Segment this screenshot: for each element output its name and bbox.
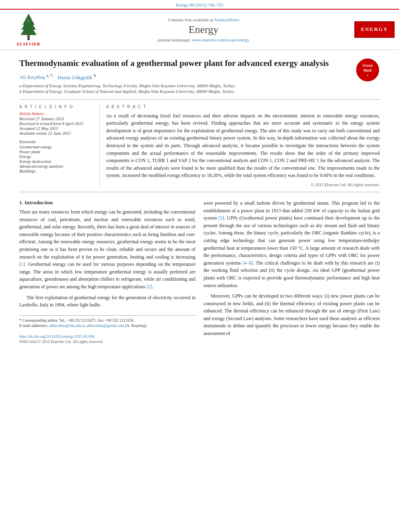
available-date: Available online 21 June 2015 bbox=[19, 131, 95, 136]
ref-2-link[interactable]: [2] bbox=[146, 284, 152, 290]
affiliation-a: a Department of Energy Systems Engineeri… bbox=[19, 83, 380, 88]
intro-heading: 1. Introduction bbox=[19, 199, 195, 206]
keyword-exergy: Exergy bbox=[19, 154, 95, 159]
abstract-title: A B S T R A C T bbox=[106, 105, 380, 109]
article-info-title: A R T I C L E I N F O bbox=[19, 105, 95, 109]
received-date: Received 27 January 2015 bbox=[19, 117, 95, 121]
accepted-date: Accepted 12 May 2015 bbox=[19, 126, 95, 131]
energy-badge-text: ENERGY bbox=[354, 21, 395, 38]
sciencedirect-link[interactable]: ScienceDirect bbox=[214, 17, 239, 22]
intro-body: There are many resources from which ener… bbox=[19, 208, 195, 309]
email2-link[interactable]: alikecebas@gmail.com bbox=[86, 323, 124, 328]
homepage-line: journal homepage: www.elsevier.com/locat… bbox=[51, 37, 356, 42]
doi-section: http://dx.doi.org/10.1016/j.energy.2015.… bbox=[19, 334, 195, 339]
right-column: were powered by a small turbine driven b… bbox=[204, 199, 380, 344]
issn-text: 0360-5442/© 2015 Elsevier Ltd. All right… bbox=[19, 339, 195, 344]
paper-title-text: Thermodynamic evaluation of a geothermal… bbox=[19, 58, 329, 68]
svg-text:Cross: Cross bbox=[362, 64, 373, 68]
keywords-label: Keywords: bbox=[19, 140, 95, 144]
journal-title: Energy bbox=[51, 24, 356, 36]
right-para2: Moreover, GPPs can be developed in two d… bbox=[204, 292, 380, 337]
homepage-label: journal homepage: bbox=[158, 37, 191, 42]
ref-3-link[interactable]: [3] bbox=[218, 215, 224, 221]
right-para1: were powered by a small turbine driven b… bbox=[204, 199, 380, 289]
authors-line: Ali Keçebaş a, *, Harun Gökgedik b bbox=[19, 73, 380, 80]
keyword-powerplant: Power plant bbox=[19, 150, 95, 154]
article-info-panel: A R T I C L E I N F O Article history: R… bbox=[19, 105, 100, 187]
journal-badge: ENERGY bbox=[356, 21, 393, 38]
intro-para1: There are many resources from which ener… bbox=[19, 208, 195, 291]
homepage-url[interactable]: www.elsevier.com/locate/energy bbox=[192, 37, 249, 42]
received-revised-date: Received in revised form 8 April 2015 bbox=[19, 121, 95, 126]
svg-text:Mark: Mark bbox=[363, 68, 372, 72]
corresponding-footnote: * Corresponding author. Tel.: +90 252 21… bbox=[19, 318, 195, 322]
email1-link[interactable]: alikecebas@mu.edu.tr bbox=[49, 323, 84, 328]
citation-text: Energy 88 (2015) 746–755 bbox=[176, 2, 224, 7]
ref-4-8-link[interactable]: [4–8] bbox=[243, 260, 253, 266]
history-label: Article history: bbox=[19, 111, 95, 116]
crossmark-logo: Cross Mark ✓ bbox=[356, 58, 380, 82]
svg-point-5 bbox=[27, 19, 31, 23]
affiliation-b: b Department of Energy, Graduate School … bbox=[19, 89, 380, 94]
email-footnote: E-mail addresses: alikecebas@mu.edu.tr, … bbox=[19, 323, 195, 328]
doi-link[interactable]: http://dx.doi.org/10.1016/j.energy.2015.… bbox=[19, 334, 95, 339]
abstract-text: As a result of decreasing fossil fuel re… bbox=[106, 112, 380, 179]
elsevier-logo: ELSEVIER bbox=[6, 13, 51, 46]
contents-available-text: Contents lists available at bbox=[168, 17, 213, 22]
keyword-buildings: Buildings bbox=[19, 169, 95, 173]
svg-text:✓: ✓ bbox=[366, 74, 369, 77]
author-b-name: Harun Gökgedik bbox=[58, 74, 93, 80]
elsevier-text: ELSEVIER bbox=[17, 42, 41, 46]
author-a-superscript: a, *, bbox=[46, 73, 53, 78]
ref-1-link[interactable]: [1] bbox=[19, 261, 25, 267]
keyword-geothermal: Geothermal energy bbox=[19, 145, 95, 149]
author-a-name: Ali Keçebaş bbox=[19, 74, 45, 80]
right-body: were powered by a small turbine driven b… bbox=[204, 199, 380, 337]
paper-title: Thermodynamic evaluation of a geothermal… bbox=[19, 58, 380, 69]
keyword-exergy-destruction: Exergy destruction bbox=[19, 159, 95, 164]
keyword-advanced-exergy: Advanced exergy analysis bbox=[19, 164, 95, 168]
email-label: E-mail addresses: bbox=[19, 323, 48, 328]
journal-center: Contents lists available at ScienceDirec… bbox=[51, 17, 356, 42]
abstract-panel: A B S T R A C T As a result of decreasin… bbox=[106, 105, 380, 187]
copyright-text: © 2015 Elsevier Ltd. All rights reserved… bbox=[106, 183, 380, 187]
author-b-superscript: b bbox=[94, 73, 96, 78]
intro-para2: The first exploitation of geothermal ene… bbox=[19, 294, 195, 309]
email-person: (A. Keçebaş). bbox=[125, 323, 147, 328]
left-column: 1. Introduction There are many resources… bbox=[19, 199, 195, 344]
sciencedirect-line: Contents lists available at ScienceDirec… bbox=[51, 17, 356, 22]
footnote-section: * Corresponding author. Tel.: +90 252 21… bbox=[19, 315, 195, 328]
